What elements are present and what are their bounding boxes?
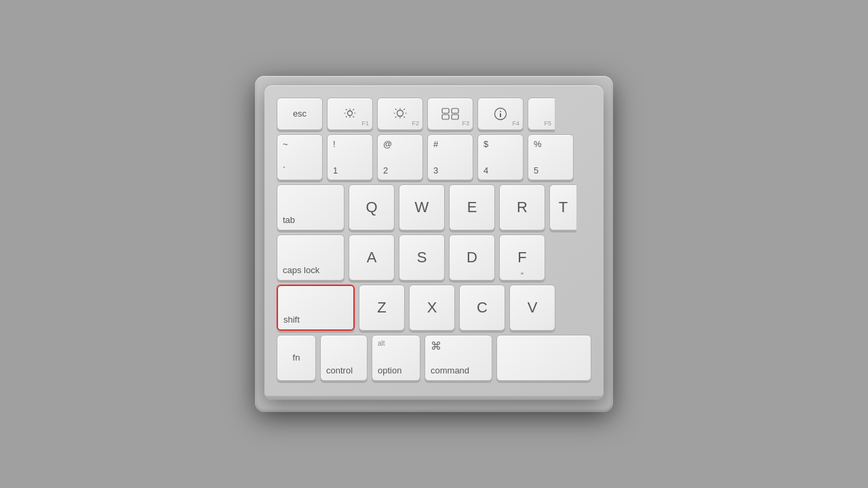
keyboard: esc F1 bbox=[264, 85, 604, 400]
key-shift-label: shift bbox=[283, 314, 300, 325]
key-f2-sublabel: F2 bbox=[412, 120, 419, 127]
key-command-symbol: ⌘ bbox=[431, 340, 441, 352]
key-f5-sublabel: F5 bbox=[544, 120, 551, 127]
key-d-label: D bbox=[467, 249, 477, 266]
key-5-bottom: 5 bbox=[534, 165, 538, 176]
key-3-top: # bbox=[433, 139, 438, 149]
key-tab-label: tab bbox=[283, 215, 295, 226]
key-r-label: R bbox=[517, 199, 528, 216]
key-option-label: option bbox=[378, 365, 401, 376]
key-control-label: control bbox=[326, 365, 353, 376]
key-f1[interactable]: F1 bbox=[327, 98, 373, 130]
key-4[interactable]: $ 4 bbox=[477, 134, 524, 180]
fn-row: esc F1 bbox=[277, 98, 591, 130]
key-4-bottom: 4 bbox=[484, 165, 488, 176]
key-capslock[interactable]: caps lock bbox=[277, 235, 344, 281]
key-f-label: F bbox=[517, 249, 526, 266]
svg-line-7 bbox=[353, 109, 355, 110]
svg-point-23 bbox=[500, 111, 501, 113]
key-e-label: E bbox=[467, 199, 477, 216]
key-1-top: ! bbox=[333, 139, 336, 149]
key-1-bottom: 1 bbox=[333, 165, 338, 176]
key-f3[interactable]: F3 bbox=[427, 98, 473, 130]
shift-row: shift Z X C V bbox=[277, 285, 591, 331]
key-a[interactable]: A bbox=[349, 235, 395, 281]
brightness-down-icon bbox=[343, 108, 357, 119]
key-fn-label: fn bbox=[293, 352, 300, 363]
key-option[interactable]: alt option bbox=[372, 335, 420, 381]
svg-rect-19 bbox=[452, 108, 458, 113]
key-r[interactable]: R bbox=[499, 184, 545, 230]
key-d[interactable]: D bbox=[449, 235, 495, 281]
key-t[interactable]: T bbox=[549, 184, 576, 230]
key-5[interactable]: % 5 bbox=[528, 134, 574, 180]
key-f1-sublabel: F1 bbox=[361, 120, 369, 127]
key-z[interactable]: Z bbox=[359, 285, 405, 331]
key-4-top: $ bbox=[484, 139, 488, 149]
key-f2[interactable]: F2 bbox=[377, 98, 423, 130]
key-tilde-bottom: ` bbox=[283, 165, 285, 176]
svg-line-5 bbox=[346, 109, 347, 110]
key-w[interactable]: W bbox=[399, 184, 445, 230]
key-f4[interactable]: F4 bbox=[477, 98, 524, 130]
key-x-label: X bbox=[427, 299, 437, 317]
key-w-label: W bbox=[415, 199, 429, 216]
svg-rect-20 bbox=[442, 115, 449, 119]
key-c[interactable]: C bbox=[459, 285, 505, 331]
tab-row: tab Q W E R T bbox=[277, 184, 591, 230]
key-s[interactable]: S bbox=[399, 235, 445, 281]
key-z-label: Z bbox=[377, 299, 386, 317]
key-2-top: @ bbox=[383, 139, 392, 149]
svg-line-15 bbox=[404, 117, 406, 118]
key-q-label: Q bbox=[366, 199, 377, 216]
key-2-bottom: 2 bbox=[383, 165, 388, 176]
key-f5[interactable]: F5 bbox=[528, 98, 555, 130]
keyboard-background: esc F1 bbox=[255, 76, 613, 412]
key-tab[interactable]: tab bbox=[277, 184, 344, 230]
key-esc[interactable]: esc bbox=[277, 98, 323, 130]
key-option-alt-label: alt bbox=[378, 340, 385, 347]
key-v[interactable]: V bbox=[509, 285, 555, 331]
svg-rect-24 bbox=[500, 113, 501, 117]
key-f[interactable]: F bbox=[499, 235, 545, 281]
number-row: ~ ` ! 1 @ 2 # 3 $ 4 % 5 bbox=[277, 134, 591, 180]
key-s-label: S bbox=[417, 249, 427, 266]
key-capslock-label: caps lock bbox=[283, 265, 319, 276]
caps-row: caps lock A S D F bbox=[277, 235, 591, 281]
svg-line-16 bbox=[404, 109, 406, 110]
key-c-label: C bbox=[477, 299, 488, 317]
key-e[interactable]: E bbox=[449, 184, 495, 230]
key-space[interactable] bbox=[496, 335, 591, 381]
key-control[interactable]: control bbox=[320, 335, 368, 381]
key-command[interactable]: ⌘ command bbox=[425, 335, 492, 381]
key-t-label: T bbox=[559, 199, 568, 216]
key-shift-left[interactable]: shift bbox=[277, 285, 355, 331]
info-icon bbox=[494, 107, 507, 121]
brightness-up-icon bbox=[393, 108, 408, 120]
key-5-top: % bbox=[534, 139, 542, 149]
key-tilde-top: ~ bbox=[283, 139, 288, 149]
svg-line-8 bbox=[346, 117, 347, 118]
svg-point-9 bbox=[397, 110, 403, 117]
svg-line-6 bbox=[353, 117, 355, 118]
key-esc-label: esc bbox=[293, 108, 307, 119]
key-q[interactable]: Q bbox=[349, 184, 395, 230]
mission-control-icon bbox=[441, 108, 459, 120]
svg-line-17 bbox=[395, 117, 397, 118]
key-3-bottom: 3 bbox=[433, 165, 438, 176]
key-v-label: V bbox=[528, 299, 538, 317]
bottom-row: fn control alt option ⌘ command bbox=[277, 335, 591, 381]
key-tilde[interactable]: ~ ` bbox=[277, 134, 323, 180]
key-command-label: command bbox=[431, 365, 469, 376]
svg-rect-21 bbox=[452, 115, 458, 119]
key-1[interactable]: ! 1 bbox=[327, 134, 373, 180]
svg-point-0 bbox=[348, 111, 353, 116]
key-f4-sublabel: F4 bbox=[512, 120, 519, 127]
key-2[interactable]: @ 2 bbox=[377, 134, 423, 180]
key-f3-sublabel: F3 bbox=[462, 120, 469, 127]
key-a-label: A bbox=[367, 249, 377, 266]
key-fn[interactable]: fn bbox=[277, 335, 316, 381]
key-3[interactable]: # 3 bbox=[427, 134, 473, 180]
svg-rect-18 bbox=[442, 108, 449, 113]
key-x[interactable]: X bbox=[409, 285, 455, 331]
